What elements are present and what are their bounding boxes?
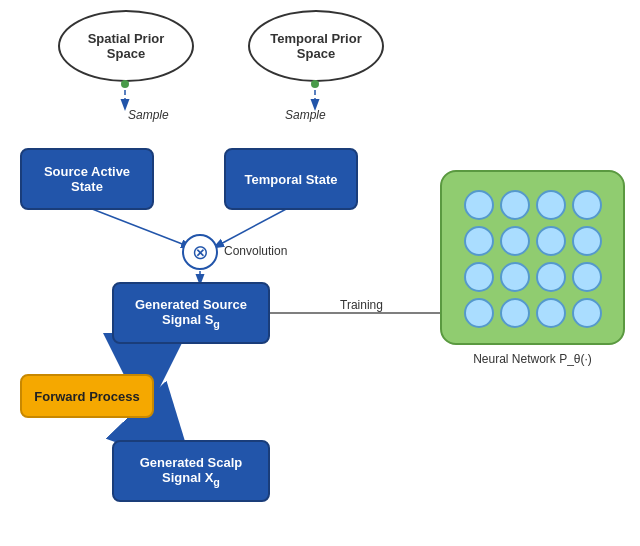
temporal-prior-label: Temporal Prior Space — [258, 31, 374, 61]
neuron — [464, 190, 494, 220]
neuron — [464, 226, 494, 256]
source-active-rect: Source ActiveState — [20, 148, 154, 210]
generated-source-rect: Generated SourceSignal Sg — [112, 282, 270, 344]
neuron — [536, 226, 566, 256]
forward-process-label: Forward Process — [34, 389, 140, 404]
training-label: Training — [340, 298, 383, 312]
neuron-grid — [464, 190, 602, 328]
neuron — [536, 298, 566, 328]
neuron — [500, 262, 530, 292]
convolution-label: Convolution — [224, 244, 287, 258]
sample-left-label: Sample — [128, 108, 169, 122]
sample-right-label: Sample — [285, 108, 326, 122]
neuron — [464, 262, 494, 292]
temporal-dot — [311, 80, 319, 88]
neuron — [572, 262, 602, 292]
svg-line-3 — [215, 207, 290, 247]
generated-source-label: Generated SourceSignal Sg — [135, 297, 247, 330]
forward-process-rect: Forward Process — [20, 374, 154, 418]
neuron — [536, 262, 566, 292]
neuron — [500, 298, 530, 328]
neuron — [572, 226, 602, 256]
generated-scalp-rect: Generated ScalpSignal Xg — [112, 440, 270, 502]
spatial-prior-ellipse: Spatial Prior Space — [58, 10, 194, 82]
spatial-prior-label: Spatial Prior Space — [68, 31, 184, 61]
neuron — [500, 190, 530, 220]
neural-network-box — [440, 170, 625, 345]
temporal-state-label: Temporal State — [245, 172, 338, 187]
source-active-label: Source ActiveState — [44, 164, 130, 194]
spatial-dot — [121, 80, 129, 88]
svg-line-6 — [145, 419, 165, 440]
neuron — [500, 226, 530, 256]
svg-line-2 — [87, 207, 190, 247]
neuron — [572, 190, 602, 220]
convolution-symbol: ⊗ — [182, 234, 218, 270]
neural-network-label: Neural Network P_θ(·) — [440, 352, 625, 366]
temporal-prior-ellipse: Temporal Prior Space — [248, 10, 384, 82]
neuron — [572, 298, 602, 328]
diagram: Spatial Prior Space Temporal Prior Space… — [0, 0, 640, 546]
neuron — [536, 190, 566, 220]
temporal-state-rect: Temporal State — [224, 148, 358, 210]
generated-scalp-label: Generated ScalpSignal Xg — [140, 455, 243, 488]
neuron — [464, 298, 494, 328]
